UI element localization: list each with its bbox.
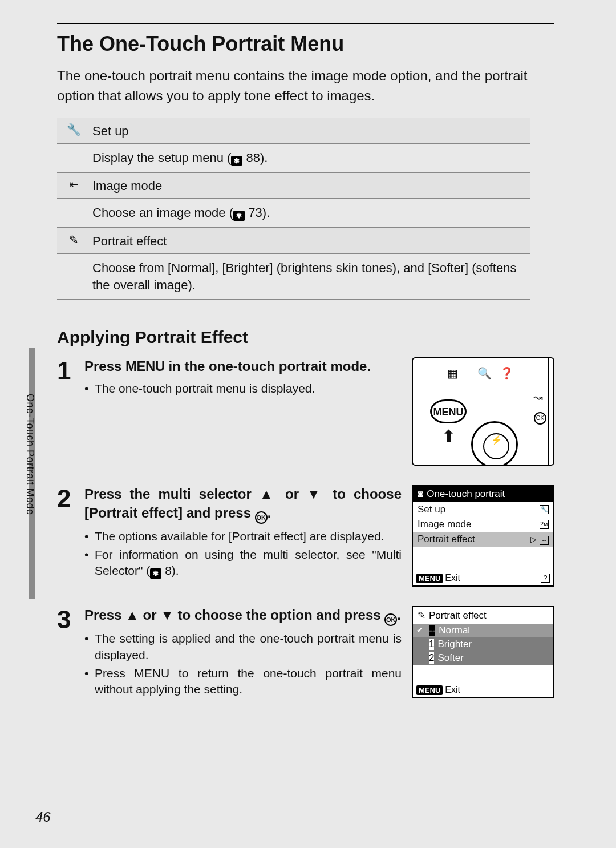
intro-paragraph: The one-touch portrait menu contains the… bbox=[57, 66, 554, 106]
text: Set up bbox=[418, 504, 445, 515]
lcd-menu-row-imagemode: Image mode ?ᴍ bbox=[413, 517, 553, 532]
help-icon: ? bbox=[541, 574, 550, 583]
option-desc: Choose an image mode (✾ 73). bbox=[90, 199, 530, 227]
step-1: 1 Press MENU in the one-touch portrait m… bbox=[57, 357, 554, 466]
camera-back-illustration: ▦ 🔍❓ MENU ⬆ ↝ OK ⚡ bbox=[412, 357, 554, 466]
page-ref: 8 bbox=[165, 564, 172, 577]
lcd-footer: MENUExit ? bbox=[413, 571, 553, 585]
step-title: Press MENU in the one-touch portrait mod… bbox=[84, 357, 402, 375]
bullet: The setting is applied and the one-touch… bbox=[84, 631, 402, 663]
lcd-option-softer: 2 Softer bbox=[413, 651, 553, 665]
option-badge-icon: -- bbox=[429, 625, 435, 636]
ok-icon: OK bbox=[534, 412, 546, 425]
text: ). bbox=[172, 564, 179, 577]
text: Portrait effect bbox=[429, 610, 487, 621]
text: Image mode bbox=[418, 519, 472, 530]
options-table: 🔧 Set up Display the setup menu (✾ 88). … bbox=[57, 118, 530, 301]
portrait-mode-icon: ◙ bbox=[418, 488, 423, 500]
portraiteffect-icon: ✎ bbox=[418, 609, 425, 621]
text: Choose an image mode ( bbox=[92, 205, 233, 220]
down-triangle-icon bbox=[160, 607, 174, 623]
lcd-menu-row-setup: Set up 🔧 bbox=[413, 502, 553, 517]
multi-selector-icon: ⚡ bbox=[471, 421, 518, 466]
step-number: 3 bbox=[57, 606, 84, 700]
setup-icon: 🔧 bbox=[57, 118, 90, 143]
text: to choose the option and press bbox=[174, 607, 384, 623]
bullet: The one-touch portrait menu is displayed… bbox=[84, 381, 402, 397]
text: Press bbox=[84, 358, 125, 374]
text: Softer bbox=[437, 652, 463, 664]
arrow-up-icon: ⬆ bbox=[441, 428, 456, 445]
option-badge-icon: 2 bbox=[429, 652, 434, 664]
text: Press the multi selector bbox=[84, 486, 260, 502]
portraiteffect-icon: ✎ bbox=[57, 228, 90, 253]
imagemode-icon: ⇤ bbox=[57, 173, 90, 198]
manual-page: One-Touch Portrait Mode 46 The One-Touch… bbox=[0, 0, 616, 848]
page-ref: 73 bbox=[248, 205, 262, 220]
text: Normal bbox=[439, 625, 470, 636]
lcd-menu-screenshot-2: ✎ Portrait effect ✔ -- Normal 1 Brighter… bbox=[412, 606, 554, 700]
menu-button-label: MENU bbox=[134, 667, 169, 680]
page-ref-icon: ✾ bbox=[150, 568, 161, 579]
menu-badge-icon: MENU bbox=[416, 574, 443, 583]
page-number: 46 bbox=[35, 809, 51, 825]
text: Press bbox=[84, 607, 125, 623]
step-number: 2 bbox=[57, 485, 84, 587]
camera-edge bbox=[548, 358, 553, 465]
step-number: 1 bbox=[57, 357, 84, 466]
step-bullets: The options available for [Portrait effe… bbox=[84, 528, 402, 579]
lcd-footer: MENUExit bbox=[413, 683, 553, 697]
step-title: Press the multi selector or to choose [P… bbox=[84, 485, 402, 523]
bullet: The options available for [Portrait effe… bbox=[84, 528, 402, 544]
down-triangle-icon bbox=[307, 486, 325, 502]
camera-top-icons: ▦ 🔍❓ bbox=[447, 366, 522, 380]
page-ref-icon: ✾ bbox=[231, 156, 242, 166]
menu-badge-icon: MENU bbox=[416, 685, 443, 695]
text: or bbox=[139, 607, 160, 623]
bullet: Press MENU to return the one-touch portr… bbox=[84, 665, 402, 698]
option-setup-header: 🔧 Set up bbox=[57, 118, 530, 144]
chevron-right-icon: ▷ bbox=[530, 535, 537, 544]
page-title: The One-Touch Portrait Menu bbox=[57, 32, 554, 56]
content-area: The One-Touch Portrait Menu The one-touc… bbox=[57, 23, 554, 713]
option-badge-icon: 1 bbox=[429, 639, 434, 650]
option-label: Set up bbox=[90, 118, 530, 143]
text: Press bbox=[95, 667, 134, 680]
lcd-title: ✎ Portrait effect bbox=[413, 607, 553, 624]
option-label: Image mode bbox=[90, 173, 530, 198]
text: Exit bbox=[445, 573, 460, 583]
lcd-title: ◙ One-touch portrait bbox=[413, 486, 553, 502]
text: Brighter bbox=[437, 639, 472, 650]
lcd-menu-screenshot-1: ◙ One-touch portrait Set up 🔧 Image mode… bbox=[412, 485, 554, 587]
curved-arrow-icon: ↝ bbox=[533, 390, 543, 404]
step-3: 3 Press or to choose the option and pres… bbox=[57, 606, 554, 700]
text: Portrait effect bbox=[418, 534, 475, 545]
text: One-touch portrait bbox=[427, 488, 505, 500]
option-imagemode-desc: Choose an image mode (✾ 73). bbox=[57, 199, 530, 228]
option-desc: Choose from [Normal], [Brighter] (bright… bbox=[90, 254, 530, 299]
imagemode-badge-icon: ?ᴍ bbox=[540, 520, 549, 529]
text: Exit bbox=[445, 685, 460, 694]
section-heading: Applying Portrait Effect bbox=[57, 328, 554, 347]
step-2: 2 Press the multi selector or to choose … bbox=[57, 485, 554, 587]
text: ). bbox=[260, 151, 268, 165]
bullet: For information on using the multi selec… bbox=[84, 547, 402, 579]
option-portraiteffect-header: ✎ Portrait effect bbox=[57, 228, 530, 254]
lcd-menu-row-portraiteffect-selected: Portrait effect ▷ -- bbox=[413, 532, 553, 547]
page-ref: 88 bbox=[246, 151, 260, 165]
step-bullets: The one-touch portrait menu is displayed… bbox=[84, 381, 402, 397]
option-portraiteffect-desc: Choose from [Normal], [Brighter] (bright… bbox=[57, 254, 530, 300]
text: Display the setup menu ( bbox=[92, 151, 231, 165]
up-triangle-icon bbox=[125, 607, 139, 623]
text: in the one-touch portrait mode. bbox=[165, 358, 371, 374]
menu-button-icon: MENU bbox=[430, 399, 467, 423]
step-bullets: The setting is applied and the one-touch… bbox=[84, 631, 402, 697]
menu-button-label: MENU bbox=[125, 358, 165, 374]
option-imagemode-header: ⇤ Image mode bbox=[57, 172, 530, 199]
text: or bbox=[277, 486, 307, 502]
option-desc: Display the setup menu (✾ 88). bbox=[90, 144, 530, 172]
page-ref-icon: ✾ bbox=[233, 211, 245, 221]
lcd-option-brighter: 1 Brighter bbox=[413, 637, 553, 651]
side-section-label: One-Touch Portrait Mode bbox=[24, 394, 36, 515]
option-label: Portrait effect bbox=[90, 228, 530, 253]
